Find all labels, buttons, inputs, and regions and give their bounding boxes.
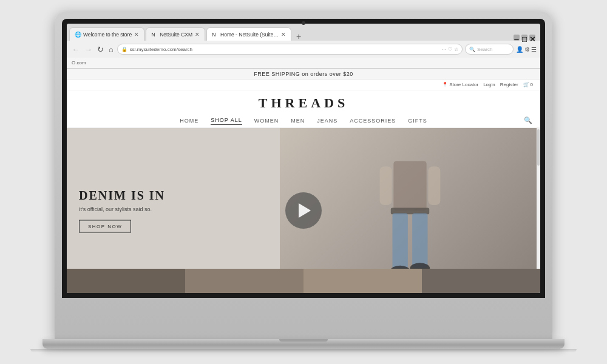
browser-chrome: 🌐 Welcome to the store ✕ N NetSuite CXM … xyxy=(67,24,540,69)
tab-label-home-netsuite: Home - NetSuite (SuiteSucce... xyxy=(220,32,279,38)
thumbnail-1[interactable] xyxy=(67,269,185,293)
close-button[interactable]: ✕ xyxy=(529,35,535,41)
address-text: ssl.mysuitedemo.com/search xyxy=(130,47,439,52)
nav-accessories[interactable]: ACCESSORIES xyxy=(350,116,396,125)
bookmark-item[interactable]: O.com xyxy=(72,60,86,66)
main-nav: HOME SHOP ALL WOMEN MEN JEANS ACCESSORIE… xyxy=(67,113,540,128)
minimize-button[interactable]: – xyxy=(514,35,520,41)
search-icon: 🔍 xyxy=(469,47,475,52)
login-link[interactable]: Login xyxy=(483,82,495,87)
hero-title: DENIM IS IN xyxy=(79,189,165,203)
tab-bar: 🌐 Welcome to the store ✕ N NetSuite CXM … xyxy=(67,24,540,41)
website-content: FREE SHIPPING on orders over $20 📍 Store… xyxy=(67,69,540,293)
search-placeholder: Search xyxy=(477,47,492,52)
profile-icon[interactable]: 👤 xyxy=(516,46,523,53)
video-play-button[interactable] xyxy=(285,192,322,229)
brand-name[interactable]: THREADS xyxy=(67,95,540,111)
laptop-screen-shell: 🌐 Welcome to the store ✕ N NetSuite CXM … xyxy=(55,12,552,339)
tab-netsuite-cxm[interactable]: N NetSuite CXM ✕ xyxy=(146,27,205,41)
tab-close-welcome[interactable]: ✕ xyxy=(134,32,139,38)
home-button[interactable]: ⌂ xyxy=(107,46,115,53)
menu-icon[interactable]: ☰ xyxy=(531,46,537,53)
back-button[interactable]: ← xyxy=(70,46,81,53)
hero-subtitle: It's official, our stylists said so. xyxy=(79,206,165,212)
tab-favicon-netsuite-cxm: N xyxy=(151,32,157,38)
svg-rect-0 xyxy=(393,161,426,211)
svg-rect-7 xyxy=(428,166,440,204)
nav-shop-all[interactable]: SHOP ALL xyxy=(211,116,242,125)
tab-welcome[interactable]: 🌐 Welcome to the store ✕ xyxy=(69,27,144,41)
nav-home[interactable]: HOME xyxy=(180,116,198,125)
brand-header: THREADS xyxy=(67,90,540,113)
shipping-bar: FREE SHIPPING on orders over $20 xyxy=(67,69,540,79)
extensions-icon[interactable]: ⚙ xyxy=(524,46,530,53)
tab-label-welcome: Welcome to the store xyxy=(83,32,132,38)
laptop-notch xyxy=(279,339,328,342)
tab-label-netsuite-cxm: NetSuite CXM xyxy=(160,32,192,38)
address-bar-row: ← → ↻ ⌂ 🔒 ssl.mysuitedemo.com/search ···… xyxy=(67,41,540,58)
address-icons: ··· ♡ ☆ xyxy=(442,47,458,52)
nav-jeans[interactable]: JEANS xyxy=(317,116,337,125)
thumbnail-strip xyxy=(67,269,540,293)
tab-close-netsuite-cxm[interactable]: ✕ xyxy=(195,32,200,38)
nav-gifts[interactable]: GIFTS xyxy=(408,116,427,125)
address-bar[interactable]: 🔒 ssl.mysuitedemo.com/search ··· ♡ ☆ xyxy=(117,44,463,55)
thumbnail-2[interactable] xyxy=(185,269,304,293)
hero-section: DENIM IS IN It's official, our stylists … xyxy=(67,128,540,293)
screen-bezel: 🌐 Welcome to the store ✕ N NetSuite CXM … xyxy=(62,19,545,298)
maximize-button[interactable]: □ xyxy=(521,35,527,41)
lock-icon: 🔒 xyxy=(121,47,127,52)
browser-actions: 👤 ⚙ ☰ xyxy=(516,46,537,53)
pin-icon: 📍 xyxy=(442,82,448,87)
scrollbar-thumb[interactable] xyxy=(537,129,540,166)
tab-favicon-home-netsuite: N xyxy=(212,32,218,38)
nav-search-icon[interactable]: 🔍 xyxy=(524,116,533,124)
tab-home-netsuite[interactable]: N Home - NetSuite (SuiteSucce... ✕ xyxy=(206,27,291,41)
thumbnail-4[interactable] xyxy=(422,269,540,293)
cart-icon: 🛒 xyxy=(523,82,529,87)
dots-icon: ··· xyxy=(442,47,446,52)
top-nav: 📍 Store Locator Login Register 🛒 0 xyxy=(67,79,540,90)
nav-women[interactable]: WOMEN xyxy=(254,116,279,125)
new-tab-button[interactable]: + xyxy=(294,32,304,41)
svg-rect-6 xyxy=(380,166,392,204)
register-link[interactable]: Register xyxy=(500,82,518,87)
laptop-base xyxy=(42,339,565,349)
laptop-frame: 🌐 Welcome to the store ✕ N NetSuite CXM … xyxy=(30,12,577,352)
tab-close-home-netsuite[interactable]: ✕ xyxy=(281,32,286,38)
svg-rect-2 xyxy=(392,214,407,269)
star-icon: ☆ xyxy=(454,47,458,52)
search-bar[interactable]: 🔍 Search xyxy=(465,44,514,55)
bookmarks-bar: O.com xyxy=(67,58,540,69)
laptop-shadow xyxy=(30,349,577,352)
nav-men[interactable]: MEN xyxy=(291,116,305,125)
cart-count: 0 xyxy=(531,82,533,87)
heart-icon: ♡ xyxy=(448,47,452,52)
browser-window: 🌐 Welcome to the store ✕ N NetSuite CXM … xyxy=(67,24,540,293)
camera-dot xyxy=(302,21,305,25)
play-triangle-icon xyxy=(299,203,311,218)
svg-rect-3 xyxy=(412,214,427,269)
shop-now-button[interactable]: SHOP NOW xyxy=(79,220,131,233)
hero-text: DENIM IS IN It's official, our stylists … xyxy=(79,189,165,233)
forward-button[interactable]: → xyxy=(83,46,93,53)
tab-favicon-welcome: 🌐 xyxy=(75,32,81,38)
cart-icon-wrap[interactable]: 🛒 0 xyxy=(523,82,533,87)
reload-button[interactable]: ↻ xyxy=(96,46,105,53)
thumbnail-3[interactable] xyxy=(304,269,422,293)
store-locator[interactable]: 📍 Store Locator xyxy=(442,82,478,87)
